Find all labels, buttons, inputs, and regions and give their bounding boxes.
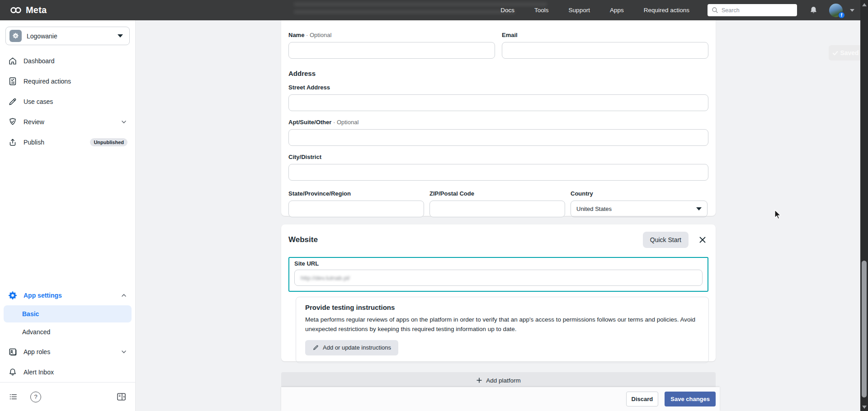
sidebar-item-label: Use cases	[24, 98, 53, 105]
site-url-input[interactable]: http://dev.lutnab.pl/	[294, 270, 703, 286]
contact-card: Name · Optional Email Address Street Add…	[281, 20, 716, 216]
add-platform-label: Add platform	[486, 377, 521, 384]
meta-logo[interactable]: Meta	[9, 5, 47, 15]
sidebar-item-app-roles[interactable]: App roles	[0, 341, 135, 362]
email-field-group: Email	[502, 32, 708, 59]
sidebar-item-label: Basic	[22, 310, 39, 318]
website-title: Website	[288, 235, 318, 244]
discard-button[interactable]: Discard	[626, 392, 659, 406]
testing-title: Provide testing instructions	[305, 304, 699, 311]
publish-upload-icon	[8, 137, 18, 147]
sidebar-item-advanced[interactable]: Advanced	[4, 323, 132, 341]
sidebar-item-basic[interactable]: Basic	[4, 305, 132, 322]
city-field-group: City/District	[288, 154, 708, 181]
top-bar: Meta Docs Tools Support Apps Required ac…	[0, 0, 868, 20]
apt-suite-input[interactable]	[288, 129, 708, 146]
home-icon	[8, 56, 18, 66]
sidebar-item-publish[interactable]: Publish Unpublished	[0, 132, 135, 152]
search-icon	[712, 7, 718, 14]
optional-suffix: · Optional	[333, 119, 359, 126]
sidebar-item-label: App settings	[24, 292, 62, 299]
email-label: Email	[502, 32, 708, 38]
add-update-instructions-label: Add or update instructions	[323, 344, 391, 351]
sidebar-item-review[interactable]: Review	[0, 112, 135, 132]
help-icon[interactable]: ?	[30, 392, 41, 402]
id-badge-icon	[8, 347, 18, 357]
sidebar-item-alert-inbox[interactable]: Alert Inbox	[0, 362, 135, 382]
add-platform-button[interactable]: Add platform	[281, 372, 716, 388]
nav-tools[interactable]: Tools	[534, 7, 549, 14]
add-update-instructions-button[interactable]: Add or update instructions	[305, 340, 398, 355]
zip-label: ZIP/Postal Code	[429, 190, 565, 197]
notifications-bell-icon[interactable]	[809, 5, 818, 15]
search-box[interactable]	[708, 4, 797, 16]
testing-body: Meta performs regular reviews of apps on…	[305, 315, 699, 334]
country-select[interactable]: United States	[571, 201, 708, 217]
saved-toast: Saved	[829, 45, 862, 61]
nav-required-actions[interactable]: Required actions	[644, 7, 689, 14]
nav-apps[interactable]: Apps	[610, 7, 624, 14]
top-nav: Docs Tools Support Apps Required actions	[500, 7, 689, 14]
save-bar: Discard Save changes	[281, 387, 720, 411]
state-label: State/Province/Region	[288, 190, 424, 197]
sidebar-item-label: Required actions	[24, 78, 71, 85]
scrollbar-thumb[interactable]	[862, 261, 867, 397]
save-changes-button[interactable]: Save changes	[665, 392, 716, 406]
street-label: Street Address	[288, 84, 708, 91]
state-province-input[interactable]	[288, 201, 424, 217]
meta-wordmark: Meta	[26, 5, 47, 15]
pencil-icon	[312, 344, 319, 351]
sidebar: Logowanie Dashboard Required actions Use…	[0, 20, 136, 411]
zip-field-group: ZIP/Postal Code	[429, 190, 565, 217]
collapse-sidebar-icon[interactable]	[116, 392, 127, 402]
scroll-down-arrow[interactable]	[862, 406, 867, 409]
pencil-icon	[8, 97, 18, 107]
country-value: United States	[576, 206, 612, 212]
city-district-input[interactable]	[288, 164, 708, 181]
app-selector[interactable]: Logowanie	[5, 27, 130, 45]
unpublished-badge: Unpublished	[90, 138, 127, 146]
site-url-value: http://dev.lutnab.pl/	[301, 275, 350, 281]
street-field-group: Street Address	[288, 84, 708, 111]
sidebar-item-label: App roles	[24, 348, 50, 355]
check-icon	[832, 50, 839, 56]
sidebar-item-required-actions[interactable]: Required actions	[0, 71, 135, 91]
address-heading: Address	[288, 70, 708, 77]
sidebar-item-use-cases[interactable]: Use cases	[0, 91, 135, 112]
checklist-icon	[8, 76, 18, 86]
name-input[interactable]	[288, 42, 495, 59]
nav-support[interactable]: Support	[569, 7, 590, 14]
testing-instructions-box: Provide testing instructions Meta perfor…	[296, 297, 709, 363]
sidebar-item-app-settings[interactable]: App settings	[0, 285, 135, 305]
apt-label: Apt/Suite/Other · Optional	[288, 119, 708, 126]
site-url-label: Site URL	[294, 260, 703, 267]
chevron-down-icon	[120, 118, 127, 126]
page-scrollbar[interactable]	[860, 0, 868, 411]
name-label: Name · Optional	[288, 32, 495, 38]
scroll-up-arrow[interactable]	[862, 3, 867, 6]
website-card: Website Quick Start Site URL http://dev.…	[281, 224, 716, 361]
name-field-group: Name · Optional	[288, 32, 495, 59]
meta-infinity-icon	[9, 6, 23, 14]
sidebar-item-dashboard[interactable]: Dashboard	[0, 51, 135, 71]
close-icon[interactable]	[698, 236, 707, 244]
select-dropdown-icon	[696, 207, 702, 210]
street-address-input[interactable]	[288, 94, 708, 111]
list-icon[interactable]	[8, 392, 19, 402]
scrolled-content-ghost	[294, 2, 547, 6]
nav-docs[interactable]: Docs	[500, 7, 514, 14]
apt-label-text: Apt/Suite/Other	[288, 119, 331, 126]
apt-field-group: Apt/Suite/Other · Optional	[288, 119, 708, 146]
chevron-down-icon	[120, 348, 127, 355]
email-input[interactable]	[502, 42, 708, 59]
saved-toast-label: Saved	[840, 49, 859, 56]
account-chevron-down-icon[interactable]	[850, 9, 854, 12]
chevron-up-icon	[120, 292, 127, 299]
search-input[interactable]	[722, 7, 785, 14]
zip-postal-input[interactable]	[429, 201, 565, 217]
user-avatar[interactable]: f	[829, 4, 843, 17]
quick-start-button[interactable]: Quick Start	[643, 232, 689, 248]
gear-icon	[8, 290, 18, 300]
app-icon	[9, 30, 22, 42]
country-field-group: Country United States	[571, 190, 708, 217]
